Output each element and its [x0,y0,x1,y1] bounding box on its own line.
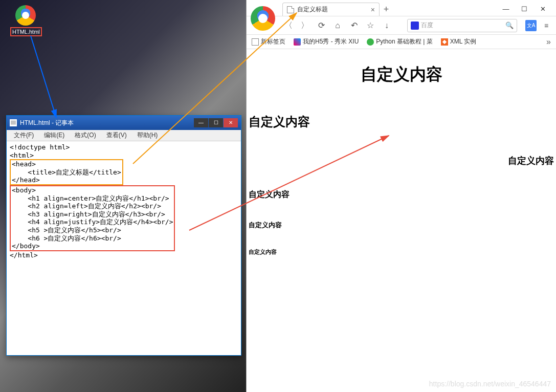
home-button[interactable]: ⌂ [331,19,344,32]
address-bar[interactable]: 百度 🔍 [407,19,517,32]
bookmark-xiumi[interactable]: 我的H5秀 - 秀米 XIU [294,37,359,46]
new-tab-button[interactable]: + [380,3,393,16]
notepad-titlebar[interactable]: HTML.html - 记事本 — ☐ ✕ [7,116,241,130]
menu-edit[interactable]: 编辑(E) [39,130,70,141]
code-line: <!doctype html> [10,143,70,151]
head-block-highlight: <head> <title>自定义标题</title> </head> [10,159,123,185]
heading-6: 自定义内容 [249,248,554,256]
page-icon [252,38,259,46]
bookmark-new-tab[interactable]: 新标签页 [252,37,285,46]
code-line: <html> [10,151,34,159]
bookmarks-overflow-icon[interactable]: » [546,37,551,47]
code-line: <head> [12,160,36,168]
code-line: <h4 align=justify>自定义内容</h4><br/> [12,218,173,226]
code-line: <h6 >自定义内容</h6><br/> [12,234,121,242]
code-line: <h2 align=left>自定义内容</h2><br/> [12,202,161,210]
notepad-window-controls: — ☐ ✕ [193,118,238,127]
close-button[interactable]: ✕ [224,118,238,127]
heading-2: 自定义内容 [249,114,554,130]
close-button[interactable]: ✕ [533,3,552,16]
desktop-icon-label: HTML.html [10,27,42,36]
bookmark-label: 新标签页 [261,37,285,46]
code-line: </head> [12,176,40,184]
document-icon [10,119,17,126]
heading-4: 自定义内容 [249,189,554,200]
menu-icon[interactable]: ≡ [541,20,552,31]
code-line: <h1 align=center>自定义内容</h1><br/> [12,194,169,202]
browser-tab[interactable]: 自定义标题 × [282,3,380,16]
menu-view[interactable]: 查看(V) [101,130,132,141]
code-line: </html> [10,251,38,259]
browser-tab-bar: 自定义标题 × + — ☐ ✕ [247,0,556,16]
notepad-menubar: 文件(F) 编辑(E) 格式(O) 查看(V) 帮助(H) [7,130,241,141]
bookmark-xml[interactable]: XML 实例 [441,37,477,46]
minimize-button[interactable]: — [497,3,515,16]
tab-close-icon[interactable]: × [371,6,375,14]
menu-file[interactable]: 文件(F) [9,130,39,141]
search-icon[interactable]: 🔍 [505,21,514,29]
code-line: </body> [12,242,40,250]
menu-format[interactable]: 格式(O) [70,130,101,141]
browser-viewport: 自定义内容 自定义内容 自定义内容 自定义内容 自定义内容 自定义内容 [247,49,556,392]
tab-title: 自定义标题 [297,5,328,14]
chrome-icon [15,5,36,26]
heading-3: 自定义内容 [249,155,554,167]
reload-button[interactable]: ⟳ [315,19,327,32]
browser-window: 自定义标题 × + — ☐ ✕ 〈 〉 ⟳ ⌂ ↶ ☆ ↓ 百度 🔍 文A ≡ … [246,0,556,392]
address-placeholder: 百度 [421,21,433,30]
bookmark-python[interactable]: Python 基础教程 | 菜 [367,37,432,46]
browser-window-controls: — ☐ ✕ [497,3,556,16]
translate-icon[interactable]: 文A [525,20,537,31]
notepad-text-area[interactable]: <!doctype html> <html> <head> <title>自定义… [7,141,241,355]
heading-1: 自定义内容 [249,63,554,86]
maximize-button[interactable]: ☐ [515,3,533,16]
page-icon [287,6,294,13]
bookmark-label: 我的H5秀 - 秀米 XIU [303,37,359,46]
body-block-highlight: <body> <h1 align=center>自定义内容</h1><br/> … [10,185,175,251]
code-line: <title>自定义标题</title> [12,168,121,176]
watermark-text: https://blog.csdn.net/weixin_46546447 [429,380,551,388]
heading-5: 自定义内容 [249,221,554,230]
minimize-button[interactable]: — [194,118,208,127]
bookmark-label: XML 实例 [450,37,477,46]
download-button[interactable]: ↓ [381,19,393,32]
bookmarks-bar: 新标签页 我的H5秀 - 秀米 XIU Python 基础教程 | 菜 XML … [247,35,556,49]
code-line: <body> [12,186,36,194]
forward-button[interactable]: 〉 [299,19,311,32]
desktop-file-icon[interactable]: HTML.html [10,5,41,36]
code-line: <h3 align=right>自定义内容</h3><br/> [12,210,165,218]
favorite-button[interactable]: ☆ [364,19,376,32]
undo-button[interactable]: ↶ [348,19,360,32]
code-line: <h5 >自定义内容</h5><br/> [12,226,121,234]
menu-help[interactable]: 帮助(H) [132,130,163,141]
bookmark-label: Python 基础教程 | 菜 [376,37,432,46]
notepad-title: HTML.html - 记事本 [20,119,74,127]
browser-logo-icon [251,6,275,31]
python-icon [367,38,374,46]
xml-icon [441,38,448,46]
xiumi-icon [294,38,301,46]
back-button[interactable]: 〈 [282,19,295,32]
browser-toolbar: 〈 〉 ⟳ ⌂ ↶ ☆ ↓ 百度 🔍 文A ≡ [247,16,556,35]
toolbar-right: 文A ≡ [525,20,552,31]
maximize-button[interactable]: ☐ [209,118,223,127]
notepad-window: HTML.html - 记事本 — ☐ ✕ 文件(F) 编辑(E) 格式(O) … [6,115,241,356]
baidu-icon [411,21,419,30]
